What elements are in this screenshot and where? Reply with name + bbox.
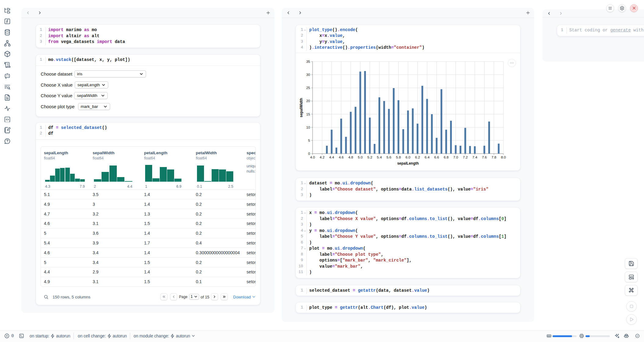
svg-text:4.0: 4.0 — [310, 155, 315, 159]
svg-text:10: 10 — [306, 126, 310, 129]
svg-text:6.8: 6.8 — [444, 155, 449, 159]
svg-text:5.0: 5.0 — [358, 155, 363, 159]
svg-text:7.2: 7.2 — [463, 155, 468, 159]
svg-text:7.0: 7.0 — [453, 155, 458, 159]
svg-text:0: 0 — [308, 152, 310, 155]
svg-text:6.4: 6.4 — [425, 155, 430, 159]
svg-text:15: 15 — [306, 112, 310, 116]
svg-text:5.8: 5.8 — [396, 155, 401, 159]
svg-text:sepalWidth: sepalWidth — [299, 98, 303, 117]
svg-text:8.0: 8.0 — [501, 155, 506, 159]
svg-text:7.8: 7.8 — [492, 155, 496, 159]
svg-text:5.2: 5.2 — [367, 155, 372, 159]
svg-text:4.4: 4.4 — [329, 155, 335, 159]
svg-text:7.6: 7.6 — [482, 155, 487, 159]
svg-text:30: 30 — [306, 73, 310, 77]
svg-text:4.8: 4.8 — [348, 155, 353, 159]
svg-text:4.6: 4.6 — [339, 155, 344, 159]
svg-text:sepalLength: sepalLength — [397, 161, 419, 166]
svg-text:5.4: 5.4 — [377, 155, 382, 159]
svg-text:4.2: 4.2 — [320, 155, 324, 159]
svg-text:5: 5 — [308, 139, 310, 142]
svg-text:6.2: 6.2 — [415, 155, 420, 159]
svg-text:6.6: 6.6 — [434, 155, 439, 159]
svg-text:5.6: 5.6 — [386, 155, 391, 159]
svg-text:6.0: 6.0 — [406, 155, 410, 159]
svg-text:7.4: 7.4 — [472, 155, 478, 159]
svg-text:25: 25 — [306, 86, 310, 90]
svg-text:20: 20 — [306, 99, 310, 103]
svg-text:35: 35 — [306, 60, 310, 63]
